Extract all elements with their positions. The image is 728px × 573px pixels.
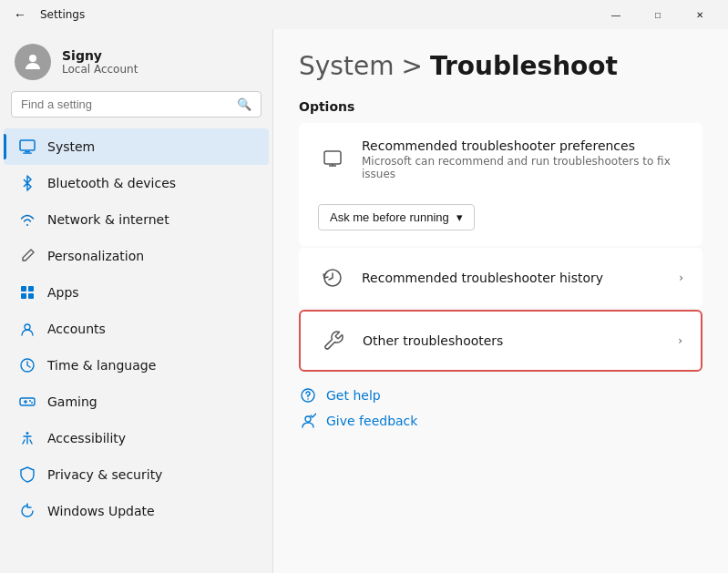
card-other-troubleshooters[interactable]: Other troubleshooters › (299, 310, 702, 372)
wrench-icon (319, 326, 348, 355)
get-help-icon (299, 386, 317, 404)
svg-point-21 (307, 398, 309, 400)
svg-rect-4 (21, 286, 26, 292)
search-box[interactable]: 🔍 (11, 91, 261, 118)
sidebar-item-privacy[interactable]: Privacy & security (4, 456, 269, 493)
system-icon (18, 138, 36, 156)
sidebar-item-label-system: System (47, 139, 95, 154)
card-content-other: Other troubleshooters (363, 333, 663, 348)
troubleshooter-pref-icon (318, 145, 347, 174)
sidebar-item-label-gaming: Gaming (47, 394, 97, 409)
sidebar-item-label-personalization: Personalization (47, 249, 144, 263)
chevron-down-icon: ▾ (456, 210, 463, 224)
dropdown-label: Ask me before running (330, 210, 449, 224)
back-button[interactable]: ← (7, 2, 33, 27)
sidebar-item-gaming[interactable]: Gaming (4, 384, 269, 420)
sidebar-item-label-accounts: Accounts (47, 322, 106, 336)
svg-rect-5 (28, 286, 34, 292)
sidebar-item-accounts[interactable]: Accounts (4, 311, 269, 347)
back-icon: ← (14, 7, 26, 22)
card-title-history: Recommended troubleshooter history (362, 271, 664, 285)
troubleshooter-dropdown[interactable]: Ask me before running ▾ (318, 204, 475, 230)
dropdown-row: Ask me before running ▾ (318, 204, 475, 230)
svg-rect-2 (25, 151, 30, 153)
titlebar-left: ← Settings (7, 2, 85, 27)
sidebar-item-label-network: Network & internet (47, 212, 169, 227)
network-icon (18, 210, 36, 229)
svg-point-14 (31, 402, 33, 404)
section-title: Options (299, 99, 702, 114)
nav-items: System Bluetooth & devices (0, 128, 272, 529)
update-icon (18, 502, 36, 520)
titlebar-controls: — □ ✕ (595, 0, 721, 29)
personalization-icon (18, 247, 36, 265)
svg-rect-6 (21, 293, 26, 299)
chevron-right-icon-history: › (679, 271, 683, 284)
search-input[interactable] (21, 97, 230, 111)
gaming-icon (18, 393, 36, 411)
sidebar: Signy Local Account 🔍 System (0, 29, 273, 573)
card-desc-prefs: Microsoft can recommend and run troubles… (362, 155, 683, 180)
titlebar: ← Settings — □ ✕ (0, 0, 728, 29)
links-section: Get help Give feedback (299, 386, 702, 430)
card-content-prefs: Recommended troubleshooter preferences M… (362, 138, 683, 180)
sidebar-item-system[interactable]: System (4, 128, 269, 165)
svg-point-8 (25, 324, 30, 330)
get-help-label: Get help (326, 388, 381, 403)
user-type: Local Account (62, 63, 138, 76)
main-content: System > Troubleshoot Options Re (273, 29, 728, 573)
accounts-icon (18, 320, 36, 338)
sidebar-item-time[interactable]: Time & language (4, 347, 269, 384)
privacy-icon (18, 466, 36, 484)
sidebar-item-label-bluetooth: Bluetooth & devices (47, 176, 176, 190)
bluetooth-icon (18, 174, 36, 192)
cards-container: Recommended troubleshooter preferences M… (299, 123, 702, 372)
sidebar-item-label-apps: Apps (47, 285, 79, 300)
minimize-button[interactable]: — (595, 0, 637, 29)
apps-icon (18, 283, 36, 302)
card-recommended-history[interactable]: Recommended troubleshooter history › (299, 248, 702, 308)
card-content-history: Recommended troubleshooter history (362, 271, 664, 285)
card-title-prefs: Recommended troubleshooter preferences (362, 138, 683, 153)
give-feedback-link[interactable]: Give feedback (299, 412, 702, 430)
sidebar-item-update[interactable]: Windows Update (4, 493, 269, 529)
sidebar-item-label-accessibility: Accessibility (47, 431, 126, 445)
give-feedback-icon (299, 412, 317, 430)
avatar (15, 44, 51, 80)
history-icon (318, 263, 347, 292)
svg-point-0 (29, 55, 36, 62)
page-header: System > Troubleshoot (299, 51, 702, 81)
accessibility-icon (18, 429, 36, 447)
svg-point-22 (305, 416, 311, 422)
maximize-button[interactable]: □ (637, 0, 679, 29)
give-feedback-label: Give feedback (326, 414, 417, 428)
search-icon: 🔍 (237, 97, 251, 111)
sidebar-item-personalization[interactable]: Personalization (4, 238, 269, 274)
svg-rect-3 (23, 153, 32, 154)
sidebar-item-bluetooth[interactable]: Bluetooth & devices (4, 165, 269, 201)
app-body: Signy Local Account 🔍 System (0, 29, 728, 573)
sidebar-item-apps[interactable]: Apps (4, 274, 269, 311)
get-help-link[interactable]: Get help (299, 386, 702, 404)
close-button[interactable]: ✕ (679, 0, 721, 29)
sidebar-item-label-time: Time & language (47, 358, 156, 373)
card-title-other: Other troubleshooters (363, 333, 663, 348)
card-recommended-prefs[interactable]: Recommended troubleshooter preferences M… (299, 123, 702, 246)
sidebar-item-network[interactable]: Network & internet (4, 201, 269, 238)
svg-rect-16 (324, 151, 341, 164)
user-name: Signy (62, 48, 138, 63)
svg-rect-7 (28, 293, 34, 299)
user-info: Signy Local Account (62, 48, 138, 76)
time-icon (18, 356, 36, 374)
titlebar-title: Settings (40, 8, 85, 21)
user-section: Signy Local Account (0, 29, 272, 91)
sidebar-item-label-privacy: Privacy & security (47, 467, 162, 482)
svg-point-13 (29, 400, 31, 402)
svg-point-15 (26, 432, 29, 435)
svg-rect-1 (20, 140, 35, 150)
breadcrumb-parent: System (299, 51, 394, 81)
chevron-right-icon-other: › (678, 334, 682, 347)
page-title: Troubleshoot (430, 51, 618, 81)
breadcrumb-separator: > (401, 51, 422, 81)
sidebar-item-accessibility[interactable]: Accessibility (4, 420, 269, 456)
